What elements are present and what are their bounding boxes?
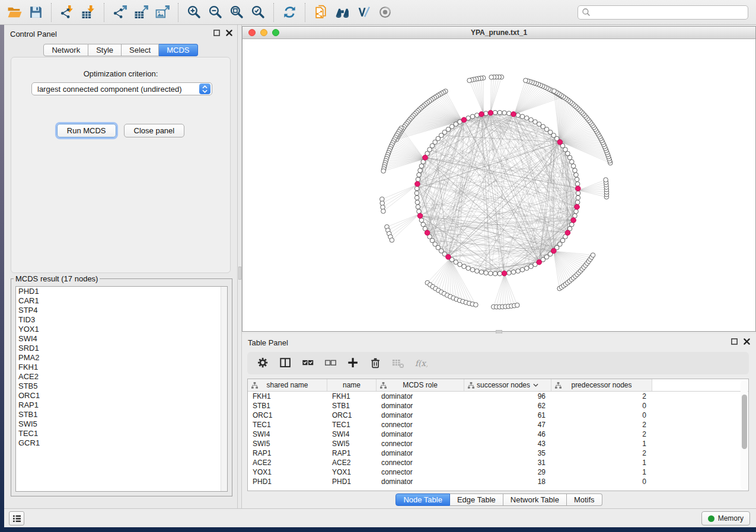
export-table-button[interactable] — [130, 2, 152, 23]
network-window-titlebar[interactable]: YPA_prune.txt_1 — [243, 27, 755, 39]
cell-shared-name: ACE2 — [248, 459, 327, 467]
run-mcds-button[interactable]: Run MCDS — [57, 124, 116, 137]
result-node[interactable]: PHD1 — [16, 287, 227, 296]
zoom-in-icon — [187, 5, 202, 20]
vertical-splitter[interactable] — [237, 25, 242, 508]
network-view[interactable] — [243, 39, 755, 331]
tab-node-table[interactable]: Node Table — [395, 493, 450, 506]
table-row[interactable]: SWI5SWI5connector431 — [248, 439, 740, 448]
result-node[interactable]: SRD1 — [16, 344, 227, 353]
table-row[interactable]: RAP1RAP1dominator352 — [248, 448, 740, 458]
function-button[interactable]: f(x) — [411, 354, 431, 372]
refresh-button[interactable] — [279, 2, 300, 23]
cell-predecessor-nodes: 0 — [551, 411, 652, 419]
result-node[interactable]: STP4 — [16, 306, 227, 315]
result-scrollbar[interactable] — [221, 287, 227, 491]
optimization-select[interactable]: largest connected component (undirected) — [31, 82, 212, 95]
mcds-result-items: PHD1CAR1STP4TID3YOX1SWI4SRD1PMA2FKH1ACE2… — [16, 287, 227, 448]
table-row[interactable]: STB1STB1dominator620 — [248, 401, 740, 411]
split-view-button[interactable] — [276, 354, 296, 372]
search-network-button[interactable] — [331, 2, 353, 23]
cell-name: ORC1 — [327, 411, 377, 419]
result-node[interactable]: SWI5 — [16, 419, 227, 429]
deselect-all-button[interactable] — [321, 354, 341, 372]
delete-table-button[interactable] — [388, 354, 409, 372]
cell-shared-name: YOX1 — [248, 468, 327, 476]
table-row[interactable]: YOX1YOX1connector291 — [248, 467, 740, 477]
result-node[interactable]: ACE2 — [16, 372, 227, 382]
search-input[interactable] — [591, 7, 748, 18]
result-node[interactable]: RAP1 — [16, 400, 227, 410]
result-node[interactable]: PMA2 — [16, 353, 227, 363]
float-table-panel-icon[interactable] — [731, 338, 738, 345]
column-header-successor-nodes[interactable]: successor nodes — [464, 379, 551, 391]
zoom-in-button[interactable] — [183, 2, 205, 23]
export-image-button[interactable] — [152, 2, 173, 23]
table-row[interactable]: PHD1PHD1dominator180 — [248, 477, 740, 486]
column-header-name[interactable]: name — [327, 379, 377, 391]
tab-edge-table[interactable]: Edge Table — [450, 493, 503, 506]
select-all-button[interactable] — [298, 354, 318, 372]
select-all-icon — [302, 357, 315, 370]
result-node[interactable]: ORC1 — [16, 391, 227, 400]
float-panel-icon[interactable] — [213, 30, 220, 36]
column-header-predecessor-nodes[interactable]: predecessor nodes — [551, 379, 652, 391]
tab-select[interactable]: Select — [122, 44, 159, 56]
tab-motifs[interactable]: Motifs — [567, 493, 602, 506]
result-node[interactable]: YOX1 — [16, 325, 227, 334]
result-node[interactable]: CAR1 — [16, 296, 227, 306]
result-node[interactable]: STB5 — [16, 382, 227, 391]
save-button[interactable] — [25, 2, 46, 23]
cell-successor-nodes: 61 — [464, 411, 551, 419]
result-node[interactable]: TEC1 — [16, 429, 227, 438]
status-menu-button[interactable] — [9, 511, 24, 525]
table-scrollbar-thumb[interactable] — [742, 395, 747, 449]
open-folder-button[interactable] — [4, 2, 25, 23]
result-node[interactable]: STB1 — [16, 410, 227, 419]
network-graph[interactable] — [243, 39, 755, 331]
close-panel-button[interactable]: Close panel — [124, 124, 185, 137]
share-document-button[interactable] — [310, 2, 331, 23]
zoom-selected-button[interactable] — [247, 2, 269, 23]
mcds-result-title: MCDS result (17 nodes) — [14, 274, 100, 283]
tab-network[interactable]: Network — [43, 44, 88, 56]
cell-MCDS-role: dominator — [377, 411, 464, 419]
result-node[interactable]: GCR1 — [16, 438, 227, 448]
column-header-MCDS-role[interactable]: MCDS role — [377, 379, 464, 391]
zoom-fit-button[interactable] — [226, 2, 247, 23]
function-icon: f(x) — [414, 357, 428, 370]
tab-mcds[interactable]: MCDS — [159, 44, 197, 56]
cell-MCDS-role: connector — [377, 459, 464, 467]
close-table-panel-icon[interactable] — [744, 338, 750, 345]
column-header-shared-name[interactable]: shared name — [248, 379, 327, 391]
cell-successor-nodes: 31 — [464, 459, 551, 467]
toggle-details-button[interactable] — [353, 2, 374, 23]
table-row[interactable]: SWI4SWI4dominator462 — [248, 430, 740, 439]
cell-predecessor-nodes: 2 — [551, 392, 652, 400]
delete-column-icon — [369, 357, 382, 370]
result-node[interactable]: SWI4 — [16, 334, 227, 344]
memory-button[interactable]: Memory — [701, 511, 750, 525]
toolbar-separator — [178, 3, 178, 22]
add-column-icon — [347, 357, 360, 370]
tab-network-table[interactable]: Network Table — [503, 493, 567, 506]
add-column-button[interactable] — [343, 354, 363, 372]
table-row[interactable]: TEC1TEC1connector472 — [248, 420, 740, 430]
show-graphics-button[interactable] — [374, 2, 395, 23]
optimization-value: largest connected component (undirected) — [32, 85, 199, 94]
import-network-button[interactable] — [56, 2, 78, 23]
table-row[interactable]: FKH1FKH1dominator962 — [248, 392, 740, 401]
table-row[interactable]: ACE2ACE2connector311 — [248, 458, 740, 467]
table-row[interactable]: ORC1ORC1dominator610 — [248, 411, 740, 420]
zoom-out-button[interactable] — [205, 2, 226, 23]
cell-MCDS-role: dominator — [377, 392, 464, 400]
close-panel-icon[interactable] — [226, 30, 232, 36]
import-table-button[interactable] — [78, 2, 99, 23]
tab-style[interactable]: Style — [88, 44, 122, 56]
export-network-button[interactable] — [109, 2, 130, 23]
delete-column-button[interactable] — [366, 354, 386, 372]
table-scrollbar[interactable] — [741, 380, 748, 489]
settings-button[interactable] — [253, 354, 273, 372]
result-node[interactable]: TID3 — [16, 315, 227, 325]
result-node[interactable]: FKH1 — [16, 363, 227, 372]
